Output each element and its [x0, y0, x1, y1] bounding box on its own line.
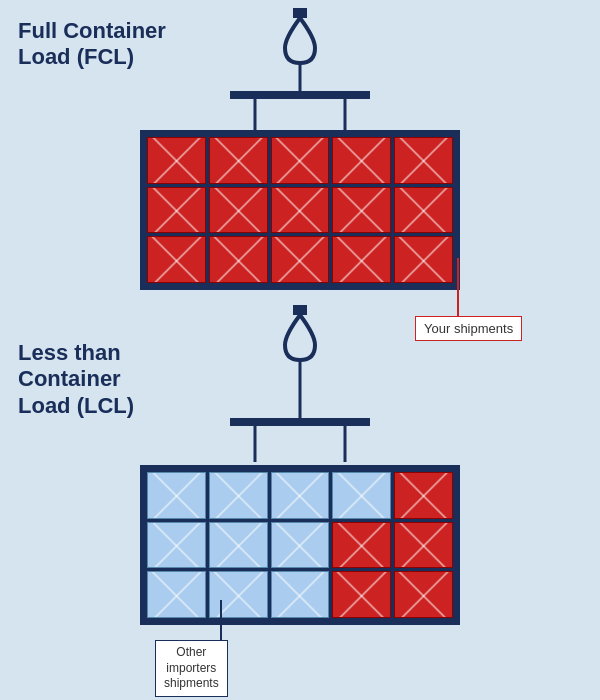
crate — [271, 137, 330, 184]
lcl-title: Less than Container Load (LCL) — [18, 340, 134, 419]
crate — [209, 472, 268, 519]
svg-rect-2 — [230, 91, 370, 99]
crate — [394, 137, 453, 184]
crate — [332, 472, 391, 519]
other-importers-label: Other importers shipments — [155, 640, 228, 697]
crate — [332, 236, 391, 283]
fcl-crate-grid — [143, 133, 457, 287]
fcl-container — [140, 130, 460, 290]
crate — [332, 522, 391, 569]
your-shipments-label: Your shipments — [415, 316, 522, 341]
crate — [147, 472, 206, 519]
crate — [394, 187, 453, 234]
crane-fcl — [200, 8, 400, 142]
crate — [147, 137, 206, 184]
fcl-title-line2: Load (FCL) — [18, 44, 134, 69]
other-importers-text-1: Other — [176, 645, 206, 659]
crate — [147, 187, 206, 234]
crate — [147, 571, 206, 618]
crate — [271, 236, 330, 283]
crate — [271, 187, 330, 234]
crate — [394, 522, 453, 569]
crate — [271, 522, 330, 569]
crate — [209, 137, 268, 184]
crate — [271, 571, 330, 618]
crate — [147, 236, 206, 283]
crate — [147, 522, 206, 569]
other-importers-text-2: importers — [166, 661, 216, 675]
crate — [332, 137, 391, 184]
crate — [394, 571, 453, 618]
crate — [209, 522, 268, 569]
other-importers-text-3: shipments — [164, 676, 219, 690]
fcl-title-line1: Full Container — [18, 18, 166, 43]
your-shipments-text: Your shipments — [424, 321, 513, 336]
crate — [332, 187, 391, 234]
crate — [209, 571, 268, 618]
svg-rect-7 — [230, 418, 370, 426]
crate — [394, 236, 453, 283]
svg-rect-0 — [293, 8, 307, 18]
lcl-title-line3: Load (LCL) — [18, 393, 134, 418]
lcl-title-line1: Less than — [18, 340, 121, 365]
other-importers-line — [220, 600, 222, 645]
crate — [209, 187, 268, 234]
fcl-title: Full Container Load (FCL) — [18, 18, 166, 71]
lcl-title-line2: Container — [18, 366, 121, 391]
lcl-crate-grid — [143, 468, 457, 622]
crate — [394, 472, 453, 519]
crate — [271, 472, 330, 519]
crate — [332, 571, 391, 618]
lcl-container — [140, 465, 460, 625]
crane-lcl — [200, 305, 400, 469]
crate — [209, 236, 268, 283]
svg-rect-5 — [293, 305, 307, 315]
